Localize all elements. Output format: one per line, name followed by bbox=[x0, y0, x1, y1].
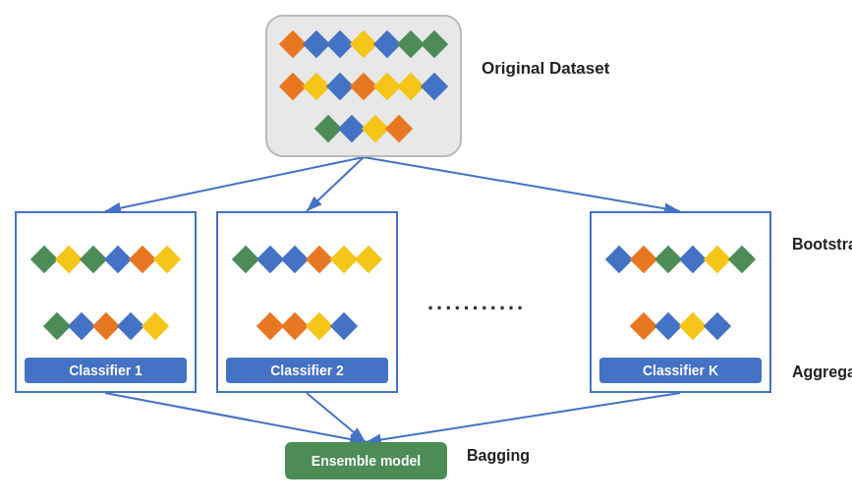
classifier-1-label: Classifier 1 bbox=[25, 358, 187, 383]
dots-separator: ........... bbox=[427, 290, 526, 315]
c1-sq bbox=[116, 312, 143, 340]
aggregation-label: Aggregation bbox=[792, 364, 852, 381]
dataset-square bbox=[385, 114, 413, 141]
ensemble-model-box: Ensemble model bbox=[285, 442, 447, 479]
dataset-square bbox=[421, 72, 448, 99]
c3-sq bbox=[679, 312, 707, 340]
classifier-3-label: Classifier K bbox=[599, 358, 762, 383]
c2-sq bbox=[355, 246, 382, 273]
c1-sq bbox=[141, 312, 168, 340]
classifier-2-squares bbox=[226, 223, 388, 358]
ensemble-label: Ensemble model bbox=[312, 453, 421, 469]
bootstrapping-label: Bootstrapping bbox=[792, 236, 852, 253]
c2-sq bbox=[256, 312, 284, 340]
classifier-2-label: Classifier 2 bbox=[226, 358, 388, 383]
c2-sq bbox=[306, 312, 333, 340]
c1-sq bbox=[91, 312, 119, 340]
c3-sq bbox=[728, 246, 756, 273]
classifier-3-squares bbox=[599, 223, 762, 358]
c1-sq bbox=[67, 312, 94, 340]
classifier-box-1: Classifier 1 bbox=[15, 211, 197, 393]
c3-sq bbox=[630, 312, 657, 340]
dataset-square bbox=[421, 29, 448, 57]
classifier-1-squares bbox=[25, 223, 187, 358]
dataset-box bbox=[265, 15, 462, 157]
bagging-label: Bagging bbox=[467, 447, 530, 465]
diagram-container: Original Dataset Classifier 1 bbox=[0, 0, 852, 504]
c3-sq bbox=[704, 312, 731, 340]
dataset-label: Original Dataset bbox=[482, 59, 609, 79]
c3-sq bbox=[654, 312, 682, 340]
classifier-box-2: Classifier 2 bbox=[216, 211, 398, 393]
c2-sq bbox=[281, 312, 309, 340]
c2-sq bbox=[330, 312, 358, 340]
c1-sq bbox=[153, 246, 181, 273]
c1-sq bbox=[42, 312, 70, 340]
classifier-box-3: Classifier K bbox=[590, 211, 771, 393]
